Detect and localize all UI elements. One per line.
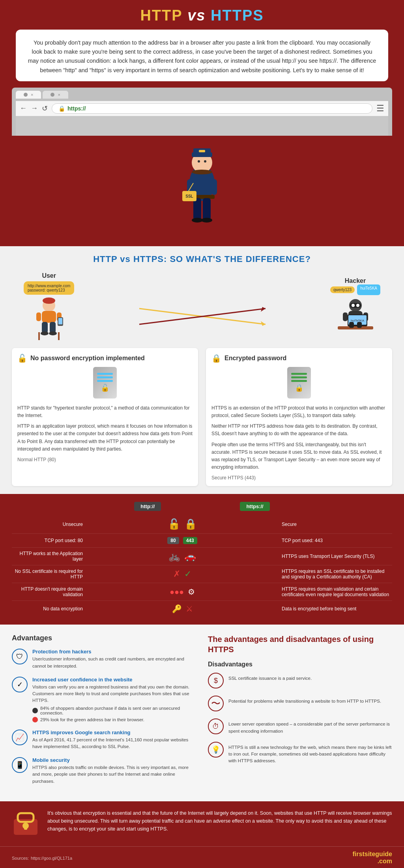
user-figure-area: User http://www.example.compassword: qwe…	[24, 272, 74, 340]
https-text-3: People often use the terms HTTPS and SSL…	[211, 441, 387, 471]
svg-rect-47	[357, 322, 362, 328]
hacker-bubble-1: qwerty123	[330, 286, 355, 293]
row3-left-label: HTTP works at the Application layer	[12, 551, 83, 562]
svg-rect-9	[211, 179, 217, 195]
http-lock: 🔓	[101, 383, 109, 392]
svg-rect-20	[42, 311, 56, 323]
adv-text-3: As of April 2016, 41.7 percent of the In…	[32, 737, 196, 750]
svg-point-37	[352, 304, 355, 307]
back-button[interactable]: ←	[20, 104, 27, 112]
conclusion-section: It's obvious that encryption is essentia…	[0, 801, 404, 846]
svg-rect-51	[24, 826, 27, 830]
shield-icon: 🛡	[16, 653, 23, 661]
http-protocol-label: http://	[134, 502, 161, 511]
advantages-title: Advantages	[12, 634, 196, 642]
row3-right-icon: 🚗	[184, 551, 196, 562]
http-lock-icon: 🔓	[17, 354, 27, 363]
adv-text-1: User/customer information, such as credi…	[32, 656, 196, 670]
mobile-icon: 📱	[15, 761, 24, 769]
row5-left-label: HTTP doesn't require domain validation	[12, 586, 83, 597]
compare-row-1: Unsecure 🔓 🔒 Secure	[12, 515, 392, 534]
adv-title-1: Protection from hackers	[32, 649, 196, 655]
menu-icon[interactable]: ☰	[376, 103, 384, 114]
title-http: HTTP	[140, 7, 182, 24]
row3-right-label: HTTPS uses Transport Layer Security (TLS…	[282, 554, 392, 559]
advantages-left: Advantages 🛡 Protection from hackers Use…	[12, 634, 196, 792]
adv-text-2: Visitors can verify you are a registered…	[32, 684, 196, 704]
advantages-grid: Advantages 🛡 Protection from hackers Use…	[12, 634, 392, 792]
row6-right-label: Data is encrypted before being sent	[282, 606, 392, 612]
row1-center: 🔓 🔒	[143, 518, 222, 530]
address-bar[interactable]: 🔒 https://	[52, 103, 372, 114]
disadv-icon-2: 〜	[208, 696, 224, 711]
http-card-title: 🔓 No password encryption implemented	[17, 354, 193, 363]
brand-site: site	[365, 851, 376, 857]
url-https: https://	[67, 105, 86, 112]
svg-point-6	[198, 160, 200, 163]
disadv-text-1: SSL certificate issuance is a paid servi…	[228, 673, 312, 682]
browser-tabs: × ×	[16, 91, 388, 99]
browser-tab-2[interactable]: ×	[43, 91, 68, 99]
https-server-graphic: 🔒	[211, 367, 387, 400]
stat-text-2: 29% look for the green address bar in th…	[40, 717, 144, 722]
server-slot-g1	[291, 373, 307, 375]
hacker-bubble-2: huiTe5KA	[357, 284, 380, 295]
row4-center: ✗ ✓	[143, 569, 222, 579]
officer-illustration: SSL	[166, 140, 238, 234]
svg-rect-42	[338, 326, 373, 329]
adv-item-2: ✓ Increased user confidence in the websi…	[12, 677, 196, 722]
adv-icon-1: 🛡	[12, 649, 28, 664]
lock-icon: 🔒	[58, 105, 65, 112]
svg-point-19	[43, 297, 55, 304]
check-icon: ✓	[17, 680, 23, 689]
svg-point-5	[192, 170, 212, 174]
stat-1: 84% of shoppers abandon purchase if data…	[32, 706, 196, 715]
svg-rect-12	[203, 198, 211, 220]
adv-text-4: HTTPS also protects traffic on mobile de…	[32, 764, 196, 785]
http-footer: Normal HTTP (80)	[17, 457, 193, 462]
svg-rect-24	[58, 318, 62, 324]
protocol-headers: http:// https://	[12, 502, 392, 511]
server-slot-2	[97, 376, 113, 378]
comparison-table-section: http:// https:// Unsecure 🔓 🔒 Secure TCP…	[0, 494, 404, 625]
row2-center: 80 443	[143, 537, 222, 544]
refresh-button[interactable]: ↺	[42, 104, 48, 113]
adv-icon-3: 📈	[12, 730, 28, 745]
dollar-icon: $	[214, 677, 218, 685]
server-slot-3	[97, 380, 113, 382]
source-info: Sources: https://goo.gl/QL171a	[12, 854, 72, 861]
row6-right-icon: ⚔	[186, 604, 193, 614]
brand-com: .com	[378, 858, 392, 864]
adv-icon-2: ✓	[12, 677, 28, 692]
browser-tab-1[interactable]: ×	[16, 91, 41, 99]
http-server: 🔓	[93, 367, 117, 398]
adv-item-1: 🛡 Protection from hackers User/customer …	[12, 649, 196, 670]
stat-2: 29% look for the green address bar in th…	[32, 717, 196, 722]
svg-rect-40	[343, 312, 348, 321]
row5-center: ●●● ⚙	[143, 587, 222, 597]
stat-text-1: 84% of shoppers abandon purchase if data…	[40, 706, 196, 715]
http-card: 🔓 No password encryption implemented 🔓 H…	[12, 348, 198, 486]
svg-point-27	[41, 331, 49, 335]
https-card: 🔒 Encrypted password 🔒 HTTPS is an exten…	[206, 348, 392, 486]
adv-content-4: Mobile security HTTPS also protects traf…	[32, 757, 196, 785]
forward-button[interactable]: →	[31, 104, 38, 112]
svg-rect-4	[199, 150, 205, 152]
svg-rect-46	[349, 322, 354, 328]
server-slot-g3	[291, 380, 307, 382]
intro-section: You probably don't pay much attention to…	[0, 30, 404, 81]
row4-right-icon: ✓	[184, 569, 191, 579]
ranking-icon: 📈	[15, 733, 24, 742]
scene-content: User http://www.example.compassword: qwe…	[12, 272, 392, 340]
svg-rect-11	[193, 198, 201, 220]
browser-section: × × ← → ↺ 🔒 https:// ☰	[0, 81, 404, 136]
compare-row-5: HTTP doesn't require domain validation ●…	[12, 583, 392, 601]
row1-left-icon: 🔓	[168, 518, 180, 530]
row5-right-label: HTTPS requires domain validation and cer…	[282, 586, 392, 597]
row2-right-label: TCP port used: 443	[282, 538, 392, 543]
brand-first: first	[353, 851, 365, 857]
row6-center: 🔑 ⚔	[143, 604, 222, 614]
svg-point-7	[204, 160, 206, 163]
row6-left-icon: 🔑	[172, 604, 182, 614]
https-text-1: HTTPS is an extension of the HTTP protoc…	[211, 404, 387, 419]
